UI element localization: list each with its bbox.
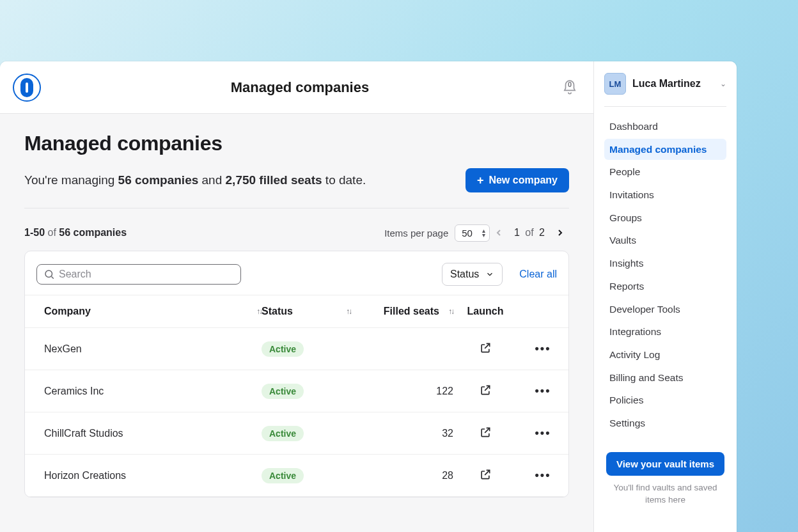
top-bar: Managed companies 0 [0,61,593,114]
new-company-label: New company [489,175,558,186]
app-window: Managed companies 0 Managed companies Yo… [0,61,737,532]
main-column: Managed companies 0 Managed companies Yo… [0,61,593,532]
col-filled-label: Filled seats [384,306,439,317]
launch-button[interactable] [453,426,517,441]
user-menu[interactable]: LM Luca Martinez ⌄ [604,73,726,107]
plus-icon: + [477,175,484,186]
col-filled-header[interactable]: Filled seats ↑↓ [351,306,453,317]
stepper-icon: ▴▾ [482,228,485,237]
next-page-button[interactable] [551,224,569,242]
more-icon: ••• [535,469,551,482]
chevron-down-icon: ⌄ [720,79,726,88]
summary-mid: and [198,173,225,187]
status-badge: Active [262,426,304,441]
chevron-left-icon [494,228,504,238]
cell-company: ChillCraft Studios [44,428,262,439]
cell-company: NexGen [44,343,262,355]
cell-filled-seats: 122 [351,386,453,397]
col-status-header[interactable]: Status ↑↓ [262,306,351,317]
cell-filled-seats: 32 [351,428,453,439]
row-actions-button[interactable]: ••• [517,342,568,356]
cell-company: Horizon Creations [44,470,262,481]
sort-icon: ↑↓ [346,307,351,316]
row-actions-button[interactable]: ••• [517,384,568,398]
filter-row: Status Clear all [25,251,568,295]
table-header: Company ↑↓ Status ↑↓ Filled seats ↑↓ [25,295,568,328]
top-bar-title: Managed companies [41,79,559,96]
chevron-down-icon [485,270,494,279]
row-actions-button[interactable]: ••• [517,469,568,482]
nav-item-dashboard[interactable]: Dashboard [604,116,726,137]
nav-list: DashboardManaged companiesPeopleInvitati… [604,116,726,435]
view-vault-button[interactable]: View your vault items [606,452,724,476]
search-field[interactable] [36,264,241,285]
table-row: NexGenActive••• [25,328,568,370]
row-actions-button[interactable]: ••• [517,426,568,440]
summary-seats: 2,750 filled seats [226,173,322,187]
items-per-page-label: Items per page [384,228,448,239]
table-row: ChillCraft StudiosActive32••• [25,412,568,455]
cell-company: Ceramics Inc [44,386,262,397]
cell-status: Active [262,426,351,441]
launch-icon [479,341,492,357]
search-input[interactable] [59,269,234,280]
nav-item-settings[interactable]: Settings [604,412,726,434]
launch-icon [479,384,492,399]
avatar: LM [604,73,626,95]
launch-button[interactable] [453,384,517,399]
companies-table-card: Status Clear all Company ↑↓ Status ↑↓ [24,251,569,497]
page-of-label: of [525,227,533,238]
sort-icon: ↑↓ [256,307,262,316]
pager-range-value: 1-50 [24,227,45,238]
table-body: NexGenActive•••Ceramics IncActive122•••C… [25,328,568,497]
user-name: Luca Martinez [632,78,714,90]
nav-item-vaults[interactable]: Vaults [604,230,726,251]
cell-status: Active [262,341,351,357]
nav-item-developer-tools[interactable]: Developer Tools [604,299,726,320]
items-per-page-select[interactable]: 50 ▴▾ [455,224,490,242]
sort-icon: ↑↓ [448,307,453,316]
status-badge: Active [262,384,304,399]
summary-prefix: You're managing [24,173,118,187]
vault-note: You'll find vaults and saved items here [604,482,726,506]
pager-of: of [47,227,56,238]
nav-item-policies[interactable]: Policies [604,389,726,411]
col-status-label: Status [262,306,293,317]
nav-item-people[interactable]: People [604,161,726,183]
status-filter[interactable]: Status [442,263,503,286]
nav-item-invitations[interactable]: Invitations [604,184,726,206]
more-icon: ••• [535,426,551,440]
nav-item-reports[interactable]: Reports [604,276,726,297]
cell-status: Active [262,468,351,483]
col-launch-label: Launch [467,306,504,317]
nav-item-billing-and-seats[interactable]: Billing and Seats [604,367,726,389]
nav-item-activity-log[interactable]: Activity Log [604,344,726,366]
nav-item-insights[interactable]: Insights [604,253,726,274]
launch-button[interactable] [453,341,517,357]
notification-count: 0 [568,81,572,88]
col-company-header[interactable]: Company ↑↓ [44,306,262,317]
nav-item-managed-companies[interactable]: Managed companies [604,139,726,160]
sidebar: LM Luca Martinez ⌄ DashboardManaged comp… [593,61,737,532]
notifications-button[interactable]: 0 [559,77,581,98]
prev-page-button[interactable] [490,224,508,242]
page-total: 2 [539,227,545,238]
nav-item-groups[interactable]: Groups [604,207,726,229]
table-row: Horizon CreationsActive28••• [25,455,568,497]
nav-item-integrations[interactable]: Integrations [604,321,726,343]
col-launch-header: Launch [453,306,517,317]
launch-icon [479,468,492,483]
items-per-page-value: 50 [462,228,473,239]
pager-total: 56 companies [59,227,127,238]
vault-cta: View your vault items You'll find vaults… [604,452,726,506]
status-badge: Active [262,341,304,357]
cell-status: Active [262,384,351,399]
summary-row: You're managing 56 companies and 2,750 f… [24,168,569,208]
summary-text: You're managing 56 companies and 2,750 f… [24,173,366,187]
launch-icon [479,426,492,441]
new-company-button[interactable]: + New company [465,168,569,192]
status-badge: Active [262,468,304,483]
clear-all-button[interactable]: Clear all [519,269,557,280]
pager-range: 1-50 of 56 companies [24,227,127,239]
launch-button[interactable] [453,468,517,483]
